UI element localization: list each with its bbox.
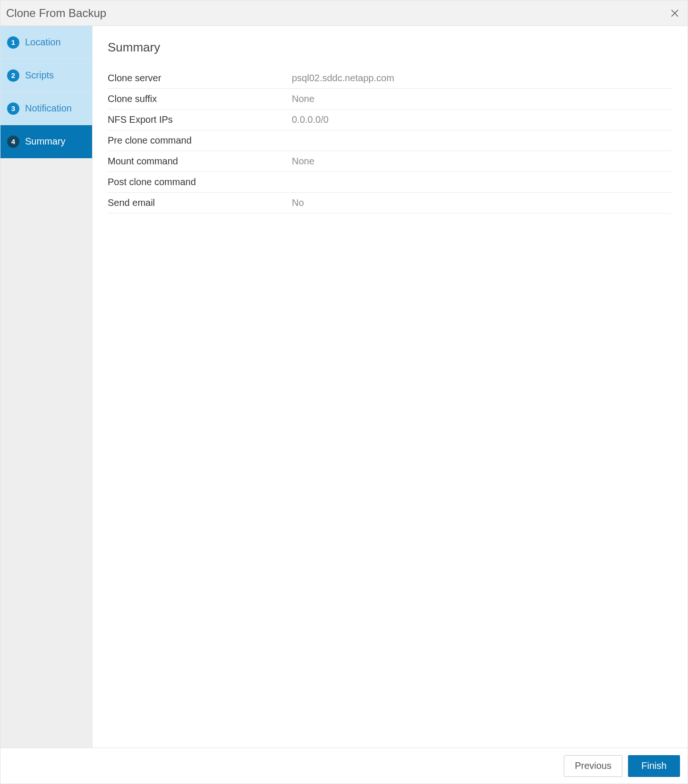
step-number: 3 (7, 102, 19, 115)
summary-value (292, 177, 671, 187)
summary-value: None (292, 94, 671, 104)
step-number: 1 (7, 36, 19, 49)
wizard-sidebar: 1 Location 2 Scripts 3 Notification 4 Su… (0, 26, 92, 748)
close-icon[interactable] (670, 8, 680, 18)
summary-label: Clone suffix (108, 94, 292, 104)
summary-label: NFS Export IPs (108, 114, 292, 125)
previous-button[interactable]: Previous (564, 755, 622, 777)
step-label: Location (25, 37, 61, 48)
page-title: Summary (108, 40, 671, 55)
summary-row-mount-command: Mount command None (108, 151, 671, 172)
step-label: Summary (25, 136, 66, 147)
dialog-body: 1 Location 2 Scripts 3 Notification 4 Su… (0, 26, 688, 748)
sidebar-step-scripts[interactable]: 2 Scripts (0, 59, 92, 92)
sidebar-step-summary[interactable]: 4 Summary (0, 125, 92, 158)
summary-value: No (292, 197, 671, 208)
summary-value: None (292, 156, 671, 167)
summary-row-clone-server: Clone server psql02.sddc.netapp.com (108, 68, 671, 89)
step-label: Scripts (25, 70, 54, 81)
summary-row-nfs-export-ips: NFS Export IPs 0.0.0.0/0 (108, 110, 671, 130)
summary-label: Mount command (108, 156, 292, 167)
sidebar-step-location[interactable]: 1 Location (0, 26, 92, 59)
main-content: Summary Clone server psql02.sddc.netapp.… (92, 26, 688, 748)
step-number: 4 (7, 136, 19, 148)
dialog-footer: Previous Finish (0, 748, 688, 784)
summary-row-send-email: Send email No (108, 193, 671, 213)
finish-button[interactable]: Finish (628, 755, 680, 777)
sidebar-step-notification[interactable]: 3 Notification (0, 92, 92, 125)
summary-value: psql02.sddc.netapp.com (292, 73, 671, 84)
step-label: Notification (25, 103, 72, 114)
sidebar-spacer (0, 158, 92, 748)
summary-row-clone-suffix: Clone suffix None (108, 89, 671, 110)
clone-from-backup-dialog: Clone From Backup 1 Location 2 Scripts 3… (0, 0, 688, 784)
step-number: 2 (7, 69, 19, 82)
summary-value: 0.0.0.0/0 (292, 114, 671, 125)
summary-label: Post clone command (108, 177, 292, 187)
summary-label: Send email (108, 197, 292, 208)
summary-label: Pre clone command (108, 135, 292, 146)
summary-row-pre-clone-command: Pre clone command (108, 130, 671, 151)
summary-value (292, 135, 671, 146)
summary-label: Clone server (108, 73, 292, 84)
dialog-header: Clone From Backup (0, 0, 688, 26)
summary-table: Clone server psql02.sddc.netapp.com Clon… (108, 68, 671, 213)
summary-row-post-clone-command: Post clone command (108, 172, 671, 193)
dialog-title: Clone From Backup (6, 7, 106, 20)
